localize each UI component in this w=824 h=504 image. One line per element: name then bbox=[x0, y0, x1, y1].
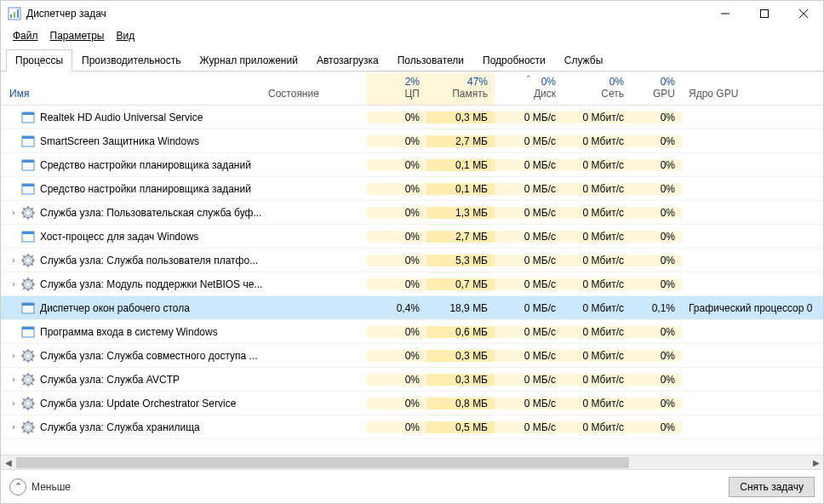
process-name: Средство настройки планировщика заданий bbox=[40, 183, 251, 195]
disk-value: 0 МБ/с bbox=[495, 302, 563, 314]
table-row[interactable]: ›Служба узла: Пользовательская служба бу… bbox=[1, 201, 823, 225]
expand-icon[interactable]: › bbox=[8, 398, 20, 408]
tab-3[interactable]: Автозагрузка bbox=[307, 49, 388, 72]
network-value: 0 Мбит/с bbox=[563, 302, 631, 314]
maximize-button[interactable] bbox=[745, 1, 784, 26]
expand-icon[interactable]: › bbox=[8, 255, 20, 265]
network-value: 0 Мбит/с bbox=[563, 207, 631, 219]
expand-icon[interactable]: › bbox=[8, 375, 20, 384]
network-value: 0 Мбит/с bbox=[563, 421, 631, 433]
svg-line-25 bbox=[31, 208, 33, 209]
svg-line-34 bbox=[23, 255, 25, 257]
gpu-value: 0% bbox=[631, 207, 682, 219]
col-cpu[interactable]: 2%ЦП bbox=[367, 72, 426, 105]
tab-4[interactable]: Пользователи bbox=[388, 49, 473, 72]
table-row[interactable]: ›Средство настройки планировщика заданий… bbox=[1, 153, 823, 177]
table-row[interactable]: ›Служба узла: Служба пользователя платфо… bbox=[1, 249, 823, 272]
svg-line-58 bbox=[23, 351, 25, 352]
column-headers: Имя Состояние 2%ЦП 47%Память ⌃0%Диск 0%С… bbox=[1, 72, 823, 106]
table-row[interactable]: ›Служба узла: Служба совместного доступа… bbox=[1, 344, 823, 368]
svg-rect-27 bbox=[22, 232, 34, 234]
table-row[interactable]: ›Служба узла: Служба AVCTP0%0,3 МБ0 МБ/с… bbox=[1, 368, 823, 392]
disk-value: 0 МБ/с bbox=[495, 159, 563, 171]
footer: ⌃ Меньше Снять задачу bbox=[1, 469, 823, 503]
svg-line-79 bbox=[31, 406, 33, 408]
process-name: Служба узла: Служба совместного доступа … bbox=[40, 350, 258, 362]
table-row[interactable]: ›Realtek HD Audio Universal Service0%0,3… bbox=[1, 106, 823, 129]
table-row[interactable]: ›SmartScreen Защитника Windows0%2,7 МБ0 … bbox=[1, 129, 823, 153]
disk-value: 0 МБ/с bbox=[495, 255, 563, 266]
table-row[interactable]: ›Служба узла: Служба хранилища0%0,5 МБ0 … bbox=[1, 415, 823, 439]
process-name: Диспетчер окон рабочего стола bbox=[40, 302, 190, 314]
svg-line-89 bbox=[31, 430, 33, 432]
svg-point-83 bbox=[26, 426, 30, 429]
memory-value: 0,1 МБ bbox=[426, 183, 495, 195]
col-network[interactable]: 0%Сеть bbox=[563, 72, 631, 105]
scroll-right-icon[interactable]: ▶ bbox=[809, 455, 823, 470]
end-task-button[interactable]: Снять задачу bbox=[729, 477, 815, 497]
expand-icon[interactable]: › bbox=[8, 208, 20, 217]
svg-line-88 bbox=[23, 422, 25, 424]
svg-line-59 bbox=[31, 358, 33, 360]
process-list[interactable]: ›Realtek HD Audio Universal Service0%0,3… bbox=[1, 106, 823, 455]
table-row[interactable]: ›Служба узла: Модуль поддержки NetBIOS ч… bbox=[1, 272, 823, 296]
disk-value: 0 МБ/с bbox=[495, 398, 563, 410]
minimize-button[interactable] bbox=[706, 1, 745, 26]
tabs: ПроцессыПроизводительностьЖурнал приложе… bbox=[1, 49, 823, 72]
svg-line-47 bbox=[31, 279, 33, 281]
col-state[interactable]: Состояние bbox=[265, 84, 367, 105]
memory-value: 18,9 МБ bbox=[426, 302, 495, 314]
app-icon bbox=[21, 158, 35, 172]
col-memory[interactable]: 47%Память bbox=[426, 72, 495, 105]
menu-options[interactable]: Параметры bbox=[45, 28, 110, 43]
svg-line-23 bbox=[31, 215, 33, 217]
process-name: Служба узла: Пользовательская служба буф… bbox=[40, 207, 261, 219]
menu-view[interactable]: Вид bbox=[111, 28, 140, 43]
app-icon bbox=[21, 301, 35, 315]
table-row[interactable]: ›Хост-процесс для задач Windows0%2,7 МБ0… bbox=[1, 225, 823, 249]
process-name: Realtek HD Audio Universal Service bbox=[40, 112, 203, 123]
svg-line-61 bbox=[31, 351, 33, 352]
menu-file[interactable]: Файл bbox=[8, 28, 43, 43]
cpu-value: 0% bbox=[367, 183, 426, 195]
col-disk[interactable]: ⌃0%Диск bbox=[495, 72, 563, 105]
svg-line-71 bbox=[31, 375, 33, 376]
svg-point-17 bbox=[26, 211, 30, 215]
table-row[interactable]: ›Программа входа в систему Windows0%0,6 … bbox=[1, 320, 823, 344]
tab-1[interactable]: Производительность bbox=[72, 49, 190, 72]
app-icon bbox=[21, 182, 35, 196]
col-gpu[interactable]: 0%GPU bbox=[631, 72, 682, 105]
expand-icon[interactable]: › bbox=[8, 422, 20, 432]
expand-icon[interactable]: › bbox=[8, 351, 20, 360]
network-value: 0 Мбит/с bbox=[563, 255, 631, 266]
svg-rect-1 bbox=[10, 14, 12, 18]
fewer-details-label: Меньше bbox=[31, 481, 71, 493]
app-icon bbox=[21, 135, 35, 148]
cpu-value: 0% bbox=[367, 231, 426, 243]
scroll-left-icon[interactable]: ◀ bbox=[1, 455, 15, 470]
svg-line-81 bbox=[31, 398, 33, 400]
table-row[interactable]: ›Диспетчер окон рабочего стола0,4%18,9 М… bbox=[1, 296, 823, 320]
table-row[interactable]: ›Служба узла: Update Orchestrator Servic… bbox=[1, 392, 823, 415]
close-button[interactable] bbox=[784, 1, 823, 26]
app-icon bbox=[21, 111, 35, 124]
tab-0[interactable]: Процессы bbox=[6, 49, 72, 72]
gpu-value: 0% bbox=[631, 159, 682, 171]
col-name[interactable]: Имя bbox=[1, 84, 265, 105]
tab-5[interactable]: Подробности bbox=[473, 49, 555, 72]
expand-icon[interactable]: › bbox=[8, 279, 20, 289]
svg-line-69 bbox=[31, 382, 33, 384]
cpu-value: 0% bbox=[367, 159, 426, 171]
scrollbar-thumb[interactable] bbox=[16, 457, 629, 468]
col-gpu-core[interactable]: Ядро GPU bbox=[682, 84, 823, 105]
svg-point-63 bbox=[26, 378, 30, 381]
horizontal-scrollbar[interactable]: ◀ ▶ bbox=[1, 455, 823, 469]
tab-6[interactable]: Службы bbox=[555, 49, 612, 72]
fewer-details-button[interactable]: ⌃ Меньше bbox=[9, 478, 71, 495]
cpu-value: 0% bbox=[367, 278, 426, 290]
process-name: Программа входа в систему Windows bbox=[40, 326, 218, 338]
svg-line-70 bbox=[23, 382, 25, 384]
tab-2[interactable]: Журнал приложений bbox=[191, 49, 307, 72]
table-row[interactable]: ›Средство настройки планировщика заданий… bbox=[1, 177, 823, 201]
svg-rect-49 bbox=[22, 303, 34, 306]
